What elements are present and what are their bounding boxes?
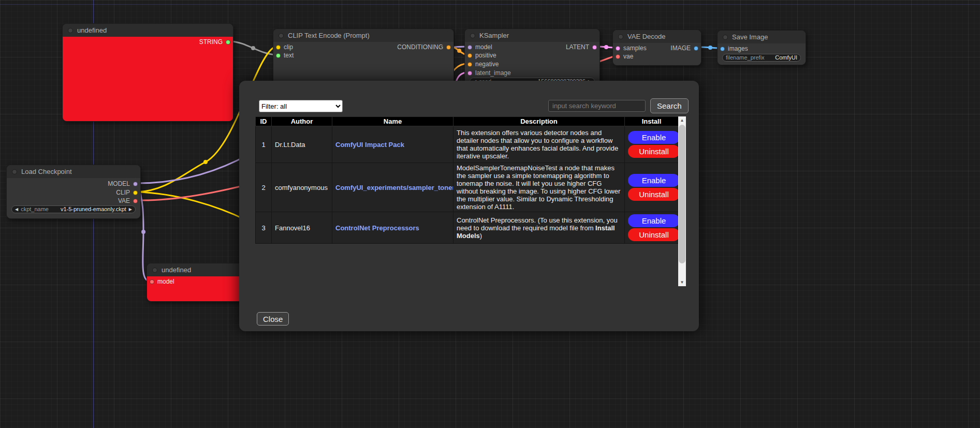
canvas-guide-line-horizontal <box>0 4 980 5</box>
input-dot-positive[interactable] <box>467 53 472 58</box>
scroll-up-icon[interactable]: ▲ <box>678 116 686 124</box>
input-dot-vae[interactable] <box>616 54 620 59</box>
input-dot-text[interactable] <box>276 53 281 58</box>
widget-label: ckpt_name <box>21 206 49 213</box>
output-label: STRING <box>199 38 223 46</box>
output-label: VAE <box>118 197 130 204</box>
node-title-text: undefined <box>77 26 107 34</box>
link-dot-latent <box>604 45 608 49</box>
input-label: vae <box>623 53 633 60</box>
output-label: CONDITIONING <box>397 43 443 51</box>
table-header-row: ID Author Name Description Install <box>256 117 679 126</box>
ext-id: 1 <box>256 126 272 163</box>
input-label: images <box>728 45 748 52</box>
input-label: latent_image <box>475 69 511 77</box>
link-dot-string <box>251 46 255 50</box>
uninstall-button[interactable]: Uninstall <box>628 228 679 241</box>
output-dot-clip[interactable] <box>133 190 138 195</box>
input-label: positive <box>475 52 496 59</box>
link-wire-clip-second <box>137 192 246 220</box>
output-label: LATENT <box>566 43 589 51</box>
search-input[interactable] <box>548 100 646 112</box>
filter-select[interactable]: Filter: all <box>259 100 343 112</box>
output-dot-conditioning[interactable] <box>446 45 451 50</box>
ext-description: ModelSamplerTonemapNoiseTest a node that… <box>454 163 625 212</box>
custom-nodes-manager-dialog: Filter: all Search ID Author Name Descri… <box>239 81 699 331</box>
input-label: negative <box>475 61 499 68</box>
node-canvas[interactable]: undefined STRING CLIP Text Encode (Promp… <box>0 0 980 428</box>
node-collapse-dot[interactable] <box>618 34 623 39</box>
search-button[interactable]: Search <box>650 98 689 113</box>
table-header-id: ID <box>256 117 272 126</box>
node-title-text: undefined <box>162 266 191 274</box>
output-dot-image[interactable] <box>694 46 698 51</box>
node-title-text: Save Image <box>732 33 768 41</box>
enable-button[interactable]: Enable <box>628 131 679 144</box>
extension-row: 3 Fannovel16 ControlNet Preprocessors Co… <box>256 212 679 244</box>
table-scrollbar[interactable]: ▲ ▼ <box>678 116 686 286</box>
ext-name-link[interactable]: ComfyUI_experiments/sampler_tonemap <box>335 184 454 191</box>
node-title-text: VAE Decode <box>627 33 665 40</box>
node-body <box>63 37 233 121</box>
next-arrow-icon[interactable]: ▶ <box>129 206 132 213</box>
table-header-description: Description <box>454 117 625 126</box>
input-dot-negative[interactable] <box>467 62 472 67</box>
widget-label: filename_prefix <box>726 54 765 61</box>
node-save-image[interactable]: Save Image images filename_prefix ComfyU… <box>717 30 806 65</box>
link-dot-conditioning <box>457 49 461 53</box>
node-collapse-dot[interactable] <box>68 28 73 33</box>
widget-value: v1-5-pruned-emaonly.ckpt <box>61 206 126 213</box>
input-label: model <box>157 278 174 285</box>
ext-description: This extension offers various detector n… <box>454 126 625 163</box>
link-dot-model <box>141 230 145 234</box>
ext-author: Fannovel16 <box>272 212 332 244</box>
table-header-install: Install <box>625 117 679 126</box>
node-collapse-dot[interactable] <box>470 33 475 38</box>
output-label: CLIP <box>116 189 130 196</box>
output-dot-string[interactable] <box>226 40 230 45</box>
node-undefined-top[interactable]: undefined STRING <box>62 23 233 122</box>
ext-name-link[interactable]: ControlNet Preprocessors <box>335 224 419 232</box>
ext-author: Dr.Lt.Data <box>272 126 332 163</box>
node-title-text: KSampler <box>479 32 509 39</box>
enable-button[interactable]: Enable <box>628 174 679 187</box>
node-collapse-dot[interactable] <box>279 33 284 38</box>
node-vae-decode[interactable]: VAE Decode samples vae IMAGE <box>612 29 701 66</box>
scrollbar-thumb[interactable] <box>679 125 685 263</box>
uninstall-button[interactable]: Uninstall <box>628 145 679 158</box>
widget-value: ComfyUI <box>775 54 797 61</box>
ext-description: ControlNet Preprocessors. (To use this e… <box>454 212 625 244</box>
filename-prefix-widget[interactable]: filename_prefix ComfyUI <box>722 54 801 62</box>
node-undefined-bottom[interactable]: undefined model <box>147 263 245 302</box>
ext-name-link[interactable]: ComfyUI Impact Pack <box>335 141 404 149</box>
scroll-down-icon[interactable]: ▼ <box>678 278 686 286</box>
output-label: MODEL <box>108 180 130 187</box>
input-dot-images[interactable] <box>720 47 725 51</box>
node-load-checkpoint[interactable]: Load Checkpoint MODEL CLIP VAE ◀ ckpt_na… <box>6 165 141 219</box>
enable-button[interactable]: Enable <box>628 214 679 227</box>
output-dot-vae[interactable] <box>133 199 138 203</box>
node-title-text: CLIP Text Encode (Prompt) <box>288 32 370 39</box>
ckpt-name-widget[interactable]: ◀ ckpt_name v1-5-pruned-emaonly.ckpt ▶ <box>11 205 136 213</box>
table-header-author: Author <box>272 117 332 126</box>
link-dot-image <box>708 46 712 50</box>
input-dot-latent-image[interactable] <box>467 71 472 76</box>
link-dot-clip <box>203 160 208 164</box>
output-dot-model[interactable] <box>133 182 138 186</box>
input-label: text <box>284 52 294 59</box>
output-label: IMAGE <box>670 45 691 52</box>
close-button[interactable]: Close <box>257 312 289 326</box>
input-dot-model[interactable] <box>150 279 154 284</box>
ext-id: 2 <box>256 163 272 212</box>
extension-row: 1 Dr.Lt.Data ComfyUI Impact Pack This ex… <box>256 126 679 163</box>
node-collapse-dot[interactable] <box>723 35 728 40</box>
extension-row: 2 comfyanonymous ComfyUI_experiments/sam… <box>256 163 679 212</box>
output-dot-latent[interactable] <box>592 45 597 50</box>
uninstall-button[interactable]: Uninstall <box>628 188 679 201</box>
link-wire-string-to-text <box>231 41 276 55</box>
node-collapse-dot[interactable] <box>12 169 17 174</box>
prev-arrow-icon[interactable]: ◀ <box>15 206 18 213</box>
ext-id: 3 <box>256 212 272 244</box>
node-collapse-dot[interactable] <box>152 268 157 273</box>
custom-nodes-table: ID Author Name Description Install 1 Dr.… <box>255 116 679 244</box>
